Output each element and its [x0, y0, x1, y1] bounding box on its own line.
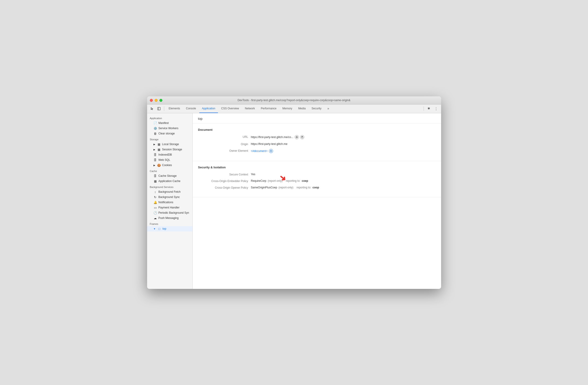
coep-reporting-label: reporting to: [286, 179, 300, 182]
secure-context-label: Secure Context [198, 173, 248, 176]
toolbar-right: ⋮ [426, 106, 439, 112]
arrow-right-icon: ▶ [153, 143, 155, 146]
more-options-button[interactable]: ⋮ [433, 106, 439, 112]
sidebar-item-manifest[interactable]: 📄 Manifest [147, 121, 192, 126]
sidebar-item-background-fetch[interactable]: ↕ Background Fetch [147, 189, 192, 194]
sidebar-item-web-sql[interactable]: 🗄 Web SQL [147, 157, 192, 163]
close-button[interactable] [150, 99, 153, 102]
maximize-button[interactable] [159, 99, 162, 102]
coop-row: Cross-Origin Opener Policy SameOriginPlu… [198, 186, 436, 189]
tab-media[interactable]: Media [295, 104, 308, 113]
grid-icon: ▦ [157, 143, 161, 146]
arrow-right-icon: ▶ [153, 148, 155, 151]
reload-icon[interactable] [300, 135, 304, 139]
owner-element-link[interactable]: <#document> [251, 150, 268, 153]
toolbar: Elements Console Application CSS Overvie… [147, 105, 441, 113]
sidebar-item-local-storage[interactable]: ▶ ▦ Local Storage [147, 142, 192, 147]
coep-row: Cross-Origin Embedder Policy RequireCorp… [198, 179, 436, 183]
coop-reporting-value: coop [313, 186, 319, 189]
sidebar-item-label: Push Messaging [159, 216, 179, 220]
tab-memory[interactable]: Memory [280, 104, 295, 113]
minimize-button[interactable] [155, 99, 158, 102]
sidebar-item-label: Session Storage [162, 148, 182, 151]
sidebar-item-label: top [162, 227, 166, 230]
sidebar-item-payment-handler[interactable]: ▭ Payment Handler [147, 205, 192, 210]
traffic-lights [150, 99, 162, 102]
devtools-window: DevTools - first-party-test.glitch.me/co… [147, 96, 441, 289]
sidebar-item-label: Web SQL [159, 158, 170, 162]
sidebar-item-label: Local Storage [162, 143, 179, 146]
database-icon: 🗄 [153, 153, 157, 156]
sidebar-item-periodic-background-sync[interactable]: 🕐 Periodic Background Syn [147, 210, 192, 215]
coop-reporting-label: reporting to: [296, 186, 311, 189]
coop-tag: (report-only) [278, 186, 293, 189]
url-field-row: URL https://first-party-test.glitch.me/c… [198, 135, 436, 139]
sidebar-item-application-cache[interactable]: ▦ Application Cache [147, 179, 192, 184]
owner-element-label: Owner Element [198, 149, 248, 152]
url-value: https://first-party-test.glitch.me/co... [251, 135, 304, 139]
sidebar-item-cache-storage[interactable]: 🗄 Cache Storage [147, 173, 192, 179]
cookie-icon: 🍪 [157, 164, 161, 167]
tab-css-overview[interactable]: CSS Overview [218, 104, 242, 113]
dock-icon-button[interactable] [156, 106, 162, 112]
sidebar-item-service-workers[interactable]: ⚙️ Service Workers [147, 126, 192, 131]
sidebar-item-background-sync[interactable]: ↻ Background Sync [147, 194, 192, 200]
arrow-right-icon: ▶ [153, 164, 155, 167]
cloud-icon: ☁ [153, 216, 157, 220]
security-isolation-section: Security & Isolation Secure Context Yes … [193, 161, 441, 197]
info-icon[interactable] [269, 149, 273, 153]
titlebar: DevTools - first-party-test.glitch.me/co… [147, 96, 441, 105]
tab-performance[interactable]: Performance [258, 104, 279, 113]
svg-rect-0 [158, 107, 160, 110]
url-label: URL [198, 135, 248, 139]
owner-element-field-row: Owner Element <#document> [198, 149, 436, 153]
tab-network[interactable]: Network [242, 104, 258, 113]
content-panel: top Document URL https://first-party-tes… [193, 113, 441, 289]
origin-field-row: Origin https://first-party-test.glitch.m… [198, 142, 436, 146]
tab-elements[interactable]: Elements [166, 104, 183, 113]
origin-text: https://first-party-test.glitch.me [251, 142, 288, 146]
sidebar-section-cache: Cache [147, 168, 192, 173]
tab-security[interactable]: Security [309, 104, 324, 113]
document-section: Document URL https://first-party-test.gl… [193, 124, 441, 161]
stack-icon: 🗄 [153, 174, 157, 178]
sidebar-item-top-frame[interactable]: ▼ □ top [147, 226, 192, 232]
main-content: Application 📄 Manifest ⚙️ Service Worker… [147, 113, 441, 289]
clock-icon: 🕐 [153, 211, 157, 214]
sidebar-item-label: Application Cache [159, 179, 181, 183]
sidebar-item-label: Cookies [162, 164, 172, 167]
frame-icon: □ [157, 227, 161, 231]
sidebar-item-label: Cache Storage [159, 174, 177, 177]
document-section-title: Document [198, 128, 436, 131]
tab-console[interactable]: Console [183, 104, 199, 113]
gear-icon: ⚙️ [153, 127, 157, 130]
fetch-icon: ↕ [153, 190, 157, 194]
owner-element-value: <#document> [251, 149, 273, 153]
cursor-icon-button[interactable] [149, 106, 155, 112]
sync-icon: ↻ [153, 195, 157, 199]
sidebar-item-push-messaging[interactable]: ☁ Push Messaging [147, 215, 192, 221]
sidebar-item-label: Service Workers [159, 127, 179, 130]
toolbar-divider [164, 107, 164, 111]
sidebar-section-background-services: Background Services [147, 184, 192, 189]
trash-icon: 🗑 [153, 132, 157, 135]
coop-label: Cross-Origin Opener Policy [198, 186, 248, 189]
sidebar-item-label: IndexedDB [159, 153, 172, 156]
settings-icon-button[interactable] [426, 106, 432, 112]
origin-label: Origin [198, 142, 248, 146]
grid-icon: ▦ [157, 148, 161, 151]
sidebar-item-label: Clear storage [159, 132, 175, 135]
sidebar-item-cookies[interactable]: ▶ 🍪 Cookies [147, 163, 192, 168]
sidebar-item-session-storage[interactable]: ▶ ▦ Session Storage [147, 147, 192, 152]
sidebar-item-indexeddb[interactable]: 🗄 IndexedDB [147, 152, 192, 157]
secure-context-text: Yes [251, 173, 255, 176]
page-title: top [198, 117, 436, 121]
url-text: https://first-party-test.glitch.me/co... [251, 136, 294, 139]
tab-more[interactable]: » [325, 104, 332, 113]
open-in-new-icon[interactable] [295, 135, 299, 139]
sidebar-item-label: Payment Handler [159, 206, 180, 209]
database-icon: 🗄 [153, 158, 157, 162]
sidebar-item-notifications[interactable]: 🔔 Notifications [147, 200, 192, 205]
sidebar-item-clear-storage[interactable]: 🗑 Clear storage [147, 131, 192, 136]
tab-application[interactable]: Application [199, 104, 218, 113]
